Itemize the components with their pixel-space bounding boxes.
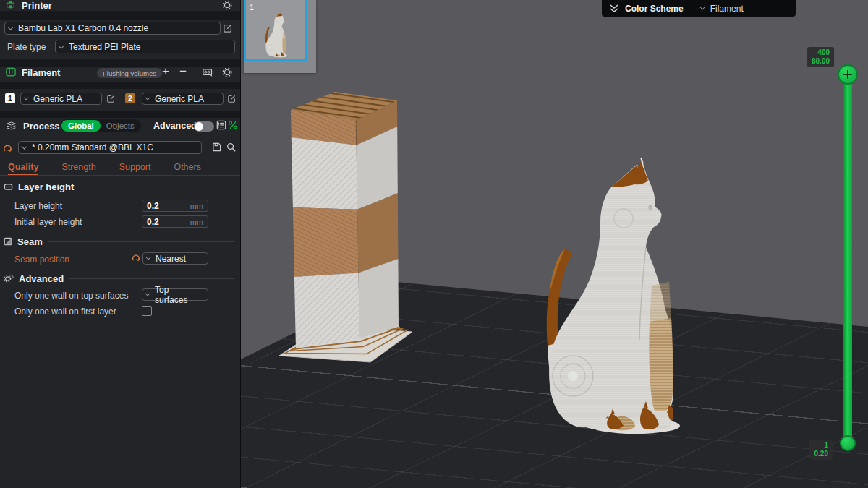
layer-slider-top-badge: 400 80.00 (807, 47, 834, 67)
layer-height-icon (4, 182, 13, 192)
tab-others[interactable]: Others (174, 160, 201, 175)
viewport-3d[interactable]: 1 Color Scheme Filament 400 80.00 1 (241, 0, 868, 488)
printer-settings-gear-icon[interactable] (222, 0, 232, 10)
process-preset-value: * 0.20mm Standard @BBL X1C (32, 142, 153, 153)
plate-type-label: Plate type (7, 42, 46, 52)
process-section-title: Process (23, 121, 60, 132)
tab-quality[interactable]: Quality (8, 160, 38, 175)
one-wall-top-value: Top surfaces (155, 285, 203, 305)
filament-section-title: Filament (22, 67, 60, 78)
scene-render (241, 0, 868, 488)
process-preset-select[interactable]: * 0.20mm Standard @BBL X1C (18, 141, 202, 154)
sidebar-panel: Printer Bambu Lab X1 Carbon 0.4 nozzle P… (0, 0, 241, 488)
advanced-toggle[interactable] (194, 121, 214, 132)
collapse-chevrons-icon[interactable] (609, 4, 619, 13)
color-scheme-select[interactable]: Filament (694, 0, 796, 17)
layer-slider-bottom-badge: 1 0.20 (809, 440, 833, 460)
layer-slider-track[interactable] (843, 72, 852, 445)
advanced-toggle-label: Advanced (153, 121, 197, 131)
seam-section-header: Seam (0, 236, 240, 247)
initial-layer-height-input[interactable]: 0.2 mm (142, 215, 208, 228)
one-wall-top-label: Only one wall on top surfaces (14, 291, 128, 301)
chevron-down-icon (699, 5, 705, 10)
filament-2-value: Generic PLA (155, 94, 204, 104)
seam-icon (4, 237, 12, 246)
filament-1-select[interactable]: Generic PLA (20, 93, 102, 105)
seam-position-label: Seam position (14, 254, 69, 265)
edit-filament-1-icon[interactable] (107, 95, 115, 103)
reset-all-icon[interactable] (3, 144, 12, 153)
top-layer-number: 400 (812, 48, 830, 57)
parameter-list-icon[interactable] (216, 120, 226, 130)
remove-filament-button[interactable]: − (179, 67, 187, 77)
filament-1-color-badge[interactable]: 1 (5, 93, 15, 103)
bambu-studio-app: 1 Color Scheme Filament 400 80.00 1 (0, 0, 868, 488)
layer-slider-bottom-handle[interactable] (840, 435, 856, 451)
layer-height-section-title: Layer height (18, 181, 74, 192)
layer-height-unit: mm (190, 202, 203, 210)
advanced-section-title: Advanced (19, 273, 64, 284)
color-scheme-label: Color Scheme (625, 4, 684, 14)
chevron-down-icon (145, 95, 150, 100)
filament-1-value: Generic PLA (33, 94, 82, 104)
seam-position-select[interactable]: Nearest (142, 252, 208, 265)
seam-position-value: Nearest (156, 254, 186, 264)
printer-preset-select[interactable]: Bambu Lab X1 Carbon 0.4 nozzle (4, 22, 221, 35)
chevron-down-icon (24, 95, 29, 100)
initial-layer-height-unit: mm (190, 218, 203, 226)
save-preset-icon[interactable] (212, 142, 221, 152)
tab-strength[interactable]: Strength (61, 160, 95, 175)
prime-tower[interactable] (279, 92, 412, 362)
chevron-down-icon (7, 24, 13, 30)
layer-slider-top-handle[interactable] (838, 64, 858, 85)
filament-settings-gear-icon[interactable] (222, 67, 232, 77)
ams-sync-icon[interactable] (203, 68, 213, 77)
color-scheme-bar: Color Scheme Filament (602, 0, 796, 17)
seam-section-title: Seam (17, 236, 43, 247)
reset-seam-position-icon[interactable] (132, 254, 140, 262)
scope-objects-option[interactable]: Objects (101, 121, 140, 130)
tab-support[interactable]: Support (119, 160, 151, 175)
chevron-down-icon (145, 291, 150, 296)
one-wall-first-checkbox[interactable] (142, 306, 152, 316)
filament-2-color-badge[interactable]: 2 (125, 93, 135, 103)
printer-section-title: Printer (22, 0, 52, 11)
advanced-section-header: Advanced (0, 273, 240, 284)
printer-icon (6, 0, 15, 9)
edit-printer-icon[interactable] (224, 24, 232, 33)
search-icon[interactable] (226, 142, 236, 152)
flushing-volumes-button[interactable]: Flushing volumes (97, 68, 162, 78)
layer-height-label: Layer height (14, 201, 62, 211)
plate-type-select[interactable]: Textured PEI Plate (55, 40, 235, 53)
compare-presets-icon[interactable] (228, 120, 238, 130)
top-layer-height: 80.00 (812, 57, 830, 66)
bottom-layer-number: 1 (814, 441, 828, 450)
color-scheme-value: Filament (710, 4, 744, 14)
plate-type-value: Textured PEI Plate (69, 42, 140, 52)
layer-height-section-header: Layer height (0, 181, 240, 192)
scope-global-option[interactable]: Global (61, 120, 101, 132)
bottom-layer-height: 0.20 (814, 450, 828, 458)
advanced-gears-icon (4, 274, 14, 283)
process-scope-toggle[interactable]: Global Objects (61, 119, 141, 132)
chevron-down-icon (146, 255, 151, 260)
one-wall-top-select[interactable]: Top surfaces (142, 288, 208, 301)
one-wall-first-label: Only one wall on first layer (14, 307, 116, 317)
edit-filament-2-icon[interactable] (228, 95, 236, 103)
plate-thumbnail-card[interactable]: 1 (244, 0, 316, 73)
layer-height-input[interactable]: 0.2 mm (142, 200, 208, 212)
initial-layer-height-label: Initial layer height (14, 217, 82, 227)
plate-thumbnail-image[interactable]: 1 (244, 0, 307, 61)
add-filament-button[interactable]: + (162, 67, 169, 77)
filament-2-select[interactable]: Generic PLA (142, 93, 224, 105)
filament-icon (6, 67, 16, 77)
plate-thumbnail-cat (263, 10, 291, 58)
printer-preset-value: Bambu Lab X1 Carbon 0.4 nozzle (18, 23, 148, 33)
plate-number: 1 (250, 3, 254, 12)
settings-tabs: Quality Strength Support Others (0, 160, 240, 176)
chevron-down-icon (21, 143, 27, 149)
chevron-down-icon (58, 43, 64, 48)
process-icon (6, 121, 17, 131)
